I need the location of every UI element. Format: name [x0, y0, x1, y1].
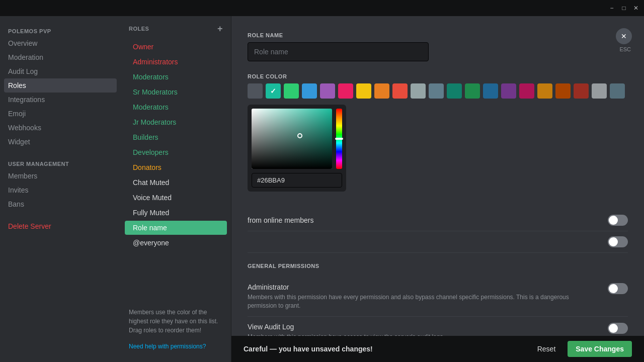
color-swatch-darkpink[interactable]	[519, 83, 534, 99]
visibility-item-1: from online members	[248, 210, 628, 231]
color-swatches	[248, 83, 628, 99]
color-swatch-darkblue[interactable]	[483, 83, 498, 99]
sidebar: POLEMOS PVP Overview Moderation Audit Lo…	[0, 16, 121, 362]
role-item-moderators2[interactable]: Moderators	[125, 100, 227, 114]
roles-header: ROLES +	[121, 24, 231, 39]
sidebar-item-overview[interactable]: Overview	[4, 36, 117, 50]
hex-input[interactable]	[252, 173, 342, 188]
gradient-overlay	[252, 109, 332, 169]
color-swatch-red[interactable]	[392, 83, 408, 99]
color-swatch-teal[interactable]	[266, 83, 281, 99]
add-role-button[interactable]: +	[217, 24, 223, 33]
color-swatch-orange[interactable]	[374, 83, 389, 99]
visibility-item-2	[248, 231, 628, 253]
sidebar-item-roles[interactable]: Roles	[4, 78, 117, 93]
color-gradient-area[interactable]	[252, 109, 332, 169]
permission-desc-administrator: Members with this permission have every …	[248, 293, 600, 310]
role-item-everyone[interactable]: @everyone	[125, 236, 227, 250]
sidebar-item-members[interactable]: Members	[4, 169, 117, 183]
color-swatch-gray2[interactable]	[411, 83, 426, 99]
color-swatch-darkgreen[interactable]	[465, 83, 480, 99]
minimize-button[interactable]: −	[608, 4, 616, 12]
toggle-view-audit-log[interactable]	[608, 323, 628, 334]
general-permissions-title: GENERAL PERMISSIONS	[248, 263, 628, 269]
sidebar-item-widget[interactable]: Widget	[4, 135, 117, 149]
esc-button[interactable]: ✕	[616, 28, 632, 44]
color-swatch-darkpurple[interactable]	[501, 83, 516, 99]
permission-row-administrator: Administrator Members with this permissi…	[248, 277, 628, 317]
user-management-section: USER MANAGEMENT	[4, 157, 117, 169]
role-item-donators[interactable]: Donators	[125, 160, 227, 174]
color-swatch-pink[interactable]	[338, 83, 353, 99]
sidebar-item-audit-log[interactable]: Audit Log	[4, 64, 117, 78]
toggle-administrator[interactable]	[608, 283, 628, 294]
roles-info: Members use the color of the highest rol…	[121, 302, 231, 341]
role-color-section: ROLE COLOR	[248, 73, 628, 198]
hue-thumb	[335, 138, 343, 140]
color-swatch-darkyellow[interactable]	[537, 83, 552, 99]
sidebar-item-bans[interactable]: Bans	[4, 197, 117, 211]
role-name-label: ROLE NAME	[248, 32, 628, 38]
color-picker-wrapper	[252, 109, 342, 169]
color-swatch-green[interactable]	[284, 83, 299, 99]
permission-name-view-audit-log: View Audit Log	[248, 323, 600, 331]
reset-button[interactable]: Reset	[531, 342, 562, 356]
hue-strip[interactable]	[336, 109, 342, 169]
role-item-chat-muted[interactable]: Chat Muted	[125, 175, 227, 190]
role-item-voice-muted[interactable]: Voice Muted	[125, 191, 227, 205]
toggle-separate-role[interactable]	[608, 236, 628, 247]
server-name: POLEMOS PVP	[4, 24, 117, 36]
color-swatch-yellow[interactable]	[356, 83, 371, 99]
role-item-developers[interactable]: Developers	[125, 145, 227, 159]
role-item-builders[interactable]: Builders	[125, 130, 227, 144]
permission-info-administrator: Administrator Members with this permissi…	[248, 283, 600, 310]
roles-panel: ROLES + Owner Administrators Moderators …	[121, 16, 231, 362]
sidebar-item-webhooks[interactable]: Webhooks	[4, 121, 117, 135]
sidebar-item-integrations[interactable]: Integrations	[4, 93, 117, 107]
role-name-section: ROLE NAME	[248, 32, 628, 61]
color-swatch-purple[interactable]	[320, 83, 335, 99]
role-item-role-name[interactable]: Role name	[125, 221, 227, 235]
bottom-bar-actions: Reset Save Changes	[531, 341, 632, 357]
visibility-text-online: from online members	[248, 216, 314, 224]
color-swatch-lightgray[interactable]	[592, 83, 607, 99]
save-button[interactable]: Save Changes	[568, 341, 632, 357]
visibility-section: from online members	[248, 210, 628, 253]
role-item-sr-moderators[interactable]: Sr Moderators	[125, 85, 227, 99]
sidebar-item-delete-server[interactable]: Delete Server	[4, 219, 117, 233]
role-item-moderators[interactable]: Moderators	[125, 70, 227, 84]
color-swatch-darkorange[interactable]	[555, 83, 571, 99]
color-swatch-darkred[interactable]	[574, 83, 589, 99]
bottom-bar: Careful — you have unsaved changes! Rese…	[231, 336, 644, 362]
sidebar-item-invites[interactable]: Invites	[4, 183, 117, 197]
window-chrome: − □ ✕	[0, 0, 644, 16]
color-swatch-blue[interactable]	[302, 83, 317, 99]
toggle-online-members[interactable]	[608, 215, 628, 226]
sidebar-item-moderation[interactable]: Moderation	[4, 50, 117, 64]
maximize-button[interactable]: □	[620, 4, 628, 12]
color-swatch-steel[interactable]	[610, 83, 625, 99]
role-item-owner[interactable]: Owner	[125, 40, 227, 54]
role-name-input[interactable]	[248, 42, 429, 61]
role-item-jr-moderators[interactable]: Jr Moderators	[125, 115, 227, 129]
permission-name-administrator: Administrator	[248, 283, 600, 291]
esc-label: ESC	[619, 46, 631, 52]
color-swatch-default[interactable]	[248, 83, 263, 99]
role-color-label: ROLE COLOR	[248, 73, 628, 79]
role-item-administrators[interactable]: Administrators	[125, 55, 227, 69]
color-swatch-darkteal[interactable]	[447, 83, 462, 99]
roles-help-link[interactable]: Need help with permissions?	[121, 341, 231, 354]
color-picker	[248, 105, 346, 192]
sidebar-item-emoji[interactable]: Emoji	[4, 107, 117, 121]
app-body: POLEMOS PVP Overview Moderation Audit Lo…	[0, 16, 644, 362]
role-item-fully-muted[interactable]: Fully Muted	[125, 206, 227, 220]
main-content: ✕ ESC ROLE NAME ROLE COLOR	[231, 16, 644, 362]
bottom-bar-warning: Careful — you have unsaved changes!	[244, 345, 373, 353]
color-swatch-bluegray[interactable]	[429, 83, 444, 99]
close-button[interactable]: ✕	[632, 4, 640, 12]
